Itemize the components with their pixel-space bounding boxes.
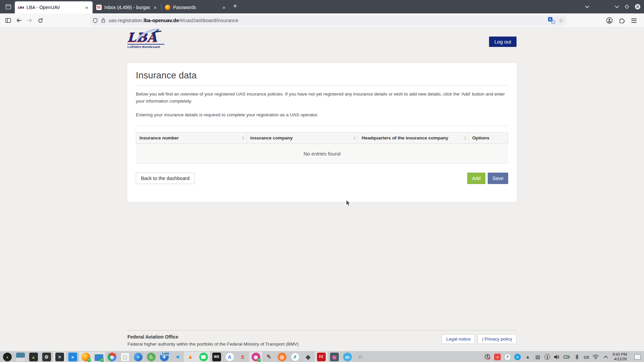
wifi-icon[interactable] <box>592 354 599 360</box>
account-icon[interactable] <box>606 17 613 24</box>
terminal-glyph: > <box>55 353 64 361</box>
window-close-icon[interactable] <box>635 4 641 10</box>
vlc-glyph: ▲ <box>186 353 195 361</box>
window-maximize-diamond-icon[interactable] <box>625 4 629 9</box>
tab-close-icon[interactable]: × <box>153 5 158 10</box>
table-header-row: Insurance number ▴▾ insurance company ▴▾… <box>136 132 508 144</box>
empty-message: No entries found <box>136 144 508 164</box>
clipboard-icon[interactable]: ▤ <box>534 354 541 360</box>
column-header-insurance-company[interactable]: insurance company ▴▾ <box>247 132 358 144</box>
chrome-taskbar-icon[interactable]: ◉ <box>105 352 118 362</box>
thunderbird-badge: 9,999 <box>160 352 171 356</box>
logout-button[interactable]: Log out <box>489 37 517 47</box>
save-button[interactable]: Save <box>488 173 508 184</box>
blender-taskbar-icon[interactable]: ◎ <box>275 352 288 362</box>
telegram-icon[interactable]: ▸ <box>514 354 521 360</box>
back-to-dashboard-button[interactable]: Back to the dashboard <box>136 173 195 184</box>
site-footer: Federal Aviation Office Federal higher a… <box>127 330 517 347</box>
terminal-taskbar-icon[interactable]: > <box>53 352 66 362</box>
tray-expand-chevron-icon[interactable] <box>602 354 609 360</box>
vlc-tray-icon[interactable]: ▲ <box>524 354 531 360</box>
menu-hamburger-icon[interactable] <box>631 18 637 23</box>
legal-notice-link[interactable]: Legal notice <box>442 334 475 344</box>
sidebar-toggle-icon[interactable] <box>3 15 13 25</box>
app-store-blue-glyph: A <box>225 353 234 361</box>
filezilla-glyph: FZ <box>317 353 326 361</box>
clock-date: 4/12/26 <box>614 357 627 361</box>
bookmark-star-icon[interactable]: ☆ <box>558 17 564 24</box>
qbittorrent-taskbar-icon[interactable]: qb <box>341 352 354 362</box>
logo-subtext: Luftfahrt-Bundesamt <box>127 44 164 49</box>
window-minimize-chevron-icon[interactable] <box>615 5 619 8</box>
app-store-blue-taskbar-icon[interactable]: A <box>223 352 236 362</box>
extensions-puzzle-icon[interactable] <box>619 17 625 24</box>
x-app-tray-icon[interactable]: ✗ <box>504 354 511 360</box>
insurance-card: Insurance data Below you will find an ov… <box>127 63 517 202</box>
text-document-taskbar-icon[interactable]: ▢ <box>118 352 131 362</box>
bluetooth-icon[interactable] <box>574 354 580 360</box>
tab-inbox[interactable]: M Inbox (4,499) - burgas275@ × <box>93 1 161 13</box>
show-desktop-button[interactable] <box>634 354 641 360</box>
column-header-insurance-number[interactable]: Insurance number ▴▾ <box>136 132 247 144</box>
url-bar[interactable]: uas-registration.lba-openuav.de/#/uasDas… <box>90 15 566 26</box>
reload-icon[interactable] <box>35 15 46 25</box>
firefox-taskbar-icon[interactable]: + <box>79 352 92 362</box>
pause-icon[interactable]: ∥ <box>544 354 550 360</box>
webstorm-taskbar-icon[interactable]: WS <box>210 352 223 362</box>
thunderbird-taskbar-icon[interactable]: ✈9,999 <box>158 352 171 362</box>
vlc-taskbar-icon[interactable]: ▲ <box>184 352 197 362</box>
sort-icon[interactable]: ▴▾ <box>243 136 244 140</box>
falkon-browser-taskbar-icon[interactable]: ≈ <box>131 352 145 362</box>
audacity-taskbar-icon[interactable]: ∩ <box>354 352 367 362</box>
sync-app-icon[interactable]: » <box>494 354 501 360</box>
vscode-taskbar-icon[interactable]: ◄ <box>171 352 184 362</box>
privacy-policy-link[interactable]: | Privacy policy <box>478 334 517 344</box>
tab-close-icon[interactable]: × <box>221 5 226 10</box>
git-changes-taskbar-icon[interactable]: ± <box>236 352 249 362</box>
forward-icon[interactable] <box>24 15 35 25</box>
image-viewer-taskbar-icon[interactable]: ▲ <box>27 352 40 362</box>
tab-manager-icon[interactable] <box>3 1 14 12</box>
screenshot-tool-taskbar-icon[interactable]: ▣ <box>328 352 341 362</box>
tab-close-icon[interactable]: × <box>84 5 89 10</box>
add-button[interactable]: Add <box>467 173 485 184</box>
back-icon[interactable] <box>13 15 24 25</box>
desktop-display-taskbar-icon[interactable] <box>14 352 27 362</box>
green-mascot-app-taskbar-icon[interactable]: ♘ <box>145 352 158 362</box>
tab-passwords[interactable]: Passwords × <box>161 1 230 13</box>
photo-pink-taskbar-icon[interactable]: ◉+ <box>249 352 262 362</box>
lba-logo: LBA Luftfahrt-Bundesamt <box>127 32 164 49</box>
update-notifier-icon[interactable] <box>484 354 491 360</box>
battery-icon[interactable] <box>564 354 570 360</box>
translate-icon[interactable]: 文 A <box>548 17 555 24</box>
software-store-taskbar-icon[interactable]: » <box>66 352 79 362</box>
url-text[interactable]: uas-registration.lba-openuav.de/#/uasDas… <box>109 18 545 23</box>
footer-org-name: Federal Aviation Office <box>127 334 299 340</box>
clock[interactable]: 9:42 PM 4/12/26 <box>612 352 627 362</box>
sort-icon[interactable]: ▴▾ <box>465 136 466 140</box>
insurance-table: Insurance number ▴▾ insurance company ▴▾… <box>136 132 508 164</box>
settings-sliders-taskbar-icon[interactable]: ⚙ <box>40 352 53 362</box>
x-circle-app-taskbar-icon[interactable]: ✗ <box>288 352 302 362</box>
tab-lba-openuav[interactable]: LBA LBA - OpenUAV × <box>15 1 93 13</box>
filezilla-taskbar-icon[interactable]: FZ <box>315 352 328 362</box>
whatsapp-taskbar-icon[interactable]: ☎ <box>197 352 210 362</box>
sort-icon[interactable]: ▴▾ <box>354 136 355 140</box>
lock-icon[interactable] <box>101 18 106 23</box>
blender-glyph: ◎ <box>278 353 286 361</box>
volume-icon[interactable] <box>553 354 560 360</box>
darktable-taskbar-icon[interactable]: ◆ <box>302 352 315 362</box>
column-header-headquarters[interactable]: Headquarters of the insurance company ▴▾ <box>358 132 469 144</box>
shield-icon[interactable] <box>93 18 98 23</box>
image-viewer-glyph: ▲ <box>29 353 38 361</box>
list-all-tabs-chevron-icon[interactable] <box>585 5 589 8</box>
gimp-taskbar-icon[interactable]: ✎ <box>262 352 275 362</box>
keyboard-layout-indicator[interactable]: us <box>584 354 589 360</box>
opensuse-taskbar-icon[interactable]: ◕ <box>1 352 14 362</box>
new-tab-button[interactable]: + <box>230 2 240 11</box>
settings-sliders-glyph: ⚙ <box>42 353 51 361</box>
requirement-paragraph: Entering your insurance details is requi… <box>136 111 508 118</box>
site-header: LBA Luftfahrt-Bundesamt Log out <box>127 31 517 58</box>
airplane-icon <box>137 28 163 40</box>
file-manager-taskbar-icon[interactable]: + <box>92 352 105 362</box>
